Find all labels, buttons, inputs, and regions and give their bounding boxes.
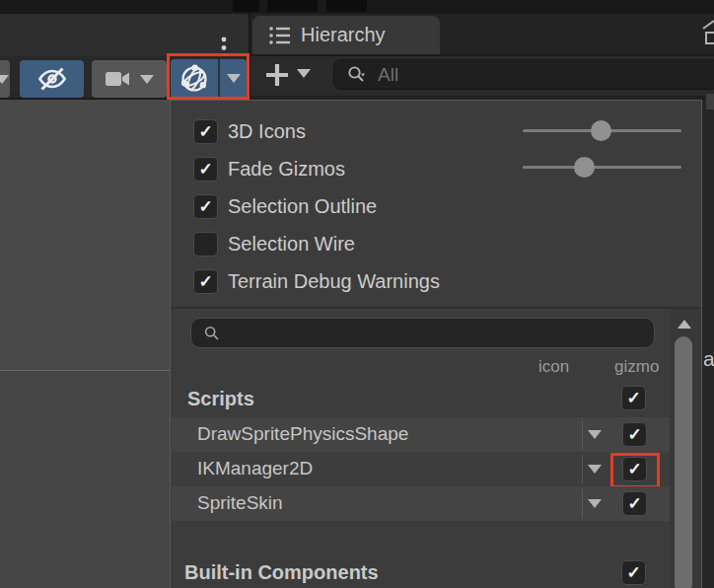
gizmos-search-field[interactable] <box>190 318 655 348</box>
hierarchy-content-fragment <box>706 94 714 110</box>
3d-icons-checkbox[interactable]: ✓ <box>193 119 218 144</box>
row-label: SpriteSkin <box>197 492 283 514</box>
annotation-box-gizmos-button <box>167 53 250 100</box>
gizmo-row-drawspritephysicsshape[interactable]: DrawSpritePhysicsShape ✓ <box>172 417 670 452</box>
tab-hierarchy[interactable]: Hierarchy <box>252 16 440 54</box>
toggle-row-selection-wire: Selection Wire <box>171 230 701 257</box>
unity-editor-screenshot: Hierarchy <box>0 0 714 588</box>
toggle-row-terrain-debug-warnings: ✓ Terrain Debug Warnings <box>171 267 701 295</box>
check-icon: ✓ <box>198 196 212 217</box>
eye-off-icon <box>36 65 69 93</box>
check-icon: ✓ <box>198 159 212 180</box>
scene-visibility-toggle-button[interactable] <box>20 60 84 98</box>
annotation-box-ikmanager2d-checkbox <box>610 453 660 488</box>
toggle-label: Terrain Debug Warnings <box>228 270 440 293</box>
toggle-label: Fade Gizmos <box>228 158 345 181</box>
hierarchy-content-strip <box>702 100 714 588</box>
check-icon: ✓ <box>198 121 212 142</box>
scrollbar-up-arrow[interactable] <box>678 320 691 329</box>
tab-label: Hierarchy <box>301 24 386 46</box>
check-icon: ✓ <box>627 493 641 514</box>
selection-wire-checkbox[interactable] <box>193 232 218 257</box>
toggle-label: Selection Outline <box>228 195 377 218</box>
section-label: Scripts <box>187 388 254 410</box>
row-label: DrawSpritePhysicsShape <box>197 423 408 445</box>
chevron-down-icon <box>0 75 9 84</box>
toggle-label: 3D Icons <box>228 120 306 143</box>
background-tab-fragment[interactable] <box>267 0 318 12</box>
row-divider <box>582 420 583 449</box>
section-built-in-components: Built-in Components ✓ <box>171 553 670 588</box>
fade-gizmos-slider-knob[interactable] <box>574 157 595 178</box>
section-label: Built-in Components <box>184 561 379 584</box>
camera-icon <box>105 68 132 90</box>
row-label: IKManager2D <box>197 458 313 479</box>
selection-outline-checkbox[interactable]: ✓ <box>193 194 218 219</box>
hierarchy-clipped-row-label: ar <box>703 347 714 375</box>
check-icon: ✓ <box>198 271 212 292</box>
scene-window-header <box>0 14 249 56</box>
gizmo-row-spriteskin[interactable]: SpriteSkin ✓ <box>172 486 670 521</box>
drawspritephysicsshape-gizmo-checkbox[interactable]: ✓ <box>622 422 647 447</box>
column-header-icon: icon <box>538 357 569 377</box>
popup-scrollbar-thumb[interactable] <box>675 336 692 588</box>
fade-gizmos-checkbox[interactable]: ✓ <box>193 157 218 182</box>
hierarchy-icon <box>268 26 292 45</box>
plus-icon <box>262 60 292 90</box>
camera-settings-button[interactable] <box>92 60 167 98</box>
search-icon <box>203 325 221 342</box>
create-object-button[interactable] <box>260 58 294 92</box>
hierarchy-search-field[interactable]: All <box>333 59 714 90</box>
background-tab-fragment[interactable] <box>326 0 367 12</box>
3d-icons-slider-knob[interactable] <box>591 120 611 141</box>
toggle-row-selection-outline: ✓ Selection Outline <box>171 192 701 220</box>
panel-divider <box>171 307 701 309</box>
section-scripts: Scripts ✓ <box>171 384 670 418</box>
scene-ground-area <box>0 371 170 588</box>
hierarchy-search-value: All <box>378 64 398 86</box>
top-window-strip <box>0 0 714 14</box>
check-icon: ✓ <box>626 562 640 583</box>
terrain-debug-warnings-checkbox[interactable]: ✓ <box>193 269 218 294</box>
chevron-down-icon <box>140 75 154 84</box>
background-tab-fragment[interactable] <box>233 0 259 12</box>
scene-view-canvas[interactable] <box>0 100 170 588</box>
icon-dropdown-chevron[interactable] <box>588 430 602 439</box>
icon-dropdown-chevron[interactable] <box>588 465 602 474</box>
built-in-components-gizmo-checkbox[interactable]: ✓ <box>621 560 646 585</box>
window-lock-icon[interactable] <box>702 20 714 47</box>
gizmos-dropdown-panel: ✓ 3D Icons ✓ Fade Gizmos ✓ Selection Out… <box>170 100 702 588</box>
create-object-chevron-icon[interactable] <box>297 69 311 78</box>
column-header-gizmo: gizmo <box>614 357 659 377</box>
toggle-label: Selection Wire <box>228 233 355 256</box>
icon-dropdown-chevron[interactable] <box>588 499 602 508</box>
check-icon: ✓ <box>627 424 641 445</box>
gizmo-row-ikmanager2d[interactable]: IKManager2D ✓ <box>172 452 670 486</box>
search-filter-icon[interactable] <box>346 64 368 86</box>
fade-gizmos-slider-track[interactable] <box>523 166 681 169</box>
spriteskin-gizmo-checkbox[interactable]: ✓ <box>622 491 647 516</box>
clipped-dropdown-button[interactable] <box>0 60 10 98</box>
row-divider <box>582 455 583 483</box>
row-divider <box>582 489 583 518</box>
toggle-row-fade-gizmos: ✓ Fade Gizmos <box>171 155 701 183</box>
scripts-gizmo-checkbox[interactable]: ✓ <box>621 386 646 410</box>
check-icon: ✓ <box>626 388 640 408</box>
